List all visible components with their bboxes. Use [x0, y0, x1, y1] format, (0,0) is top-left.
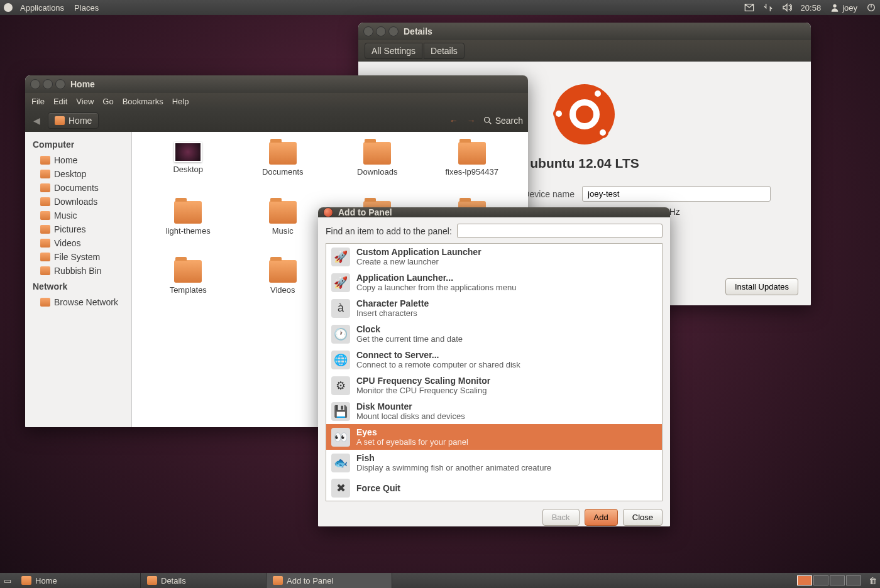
network-folder-icon — [40, 298, 50, 307]
close-button[interactable]: Close — [623, 509, 663, 526]
add-button[interactable]: Add — [585, 509, 618, 526]
file-fixes-lp954437[interactable]: fixes-lp954437 — [426, 142, 519, 199]
sidebar-item-file-system[interactable]: File System — [25, 250, 131, 264]
applet-cpu-frequency-scaling-monitor[interactable]: ⚙CPU Frequency Scaling MonitorMonitor th… — [326, 373, 662, 398]
task-add-to-panel[interactable]: Add to Panel — [267, 573, 392, 588]
all-settings-button[interactable]: All Settings — [365, 43, 422, 59]
applet-character-palette[interactable]: àCharacter PaletteInsert characters — [326, 295, 662, 321]
applet-icon: ⚙ — [331, 376, 350, 395]
trash-icon[interactable]: 🗑 — [865, 576, 880, 585]
task-details[interactable]: Details — [141, 573, 267, 588]
path-home-button[interactable]: Home — [48, 112, 99, 129]
minimize-icon[interactable] — [43, 79, 53, 89]
sidebar-item-desktop[interactable]: Desktop — [25, 167, 131, 181]
addpanel-title: Add to Panel — [338, 207, 392, 217]
applet-icon: 🚀 — [331, 248, 350, 266]
device-name-input[interactable] — [582, 186, 771, 202]
workspace-1[interactable] — [797, 575, 812, 585]
close-icon[interactable] — [323, 207, 333, 217]
network-icon[interactable] — [763, 3, 773, 13]
workspace-3[interactable] — [830, 575, 845, 585]
ubuntu-logo-large-icon — [554, 84, 615, 144]
mail-icon[interactable] — [744, 3, 754, 13]
sidebar-item-browse-network[interactable]: Browse Network — [25, 295, 131, 309]
workspace-4[interactable] — [846, 575, 861, 585]
applications-menu[interactable]: Applications — [15, 3, 69, 13]
menu-edit[interactable]: Edit — [53, 97, 67, 106]
show-desktop-icon[interactable]: ▭ — [0, 576, 15, 585]
menu-help[interactable]: Help — [172, 97, 189, 106]
applet-application-launcher-[interactable]: 🚀Application Launcher...Copy a launcher … — [326, 270, 662, 295]
install-updates-button[interactable]: Install Updates — [725, 278, 798, 295]
details-breadcrumb[interactable]: Details — [424, 43, 465, 59]
file-templates[interactable]: Templates — [142, 260, 234, 317]
forward-icon[interactable]: → — [465, 114, 478, 127]
collapse-sidebar-icon[interactable]: ◀ — [30, 114, 43, 127]
applet-connect-to-server-[interactable]: 🌐Connect to Server...Connect to a remote… — [326, 347, 662, 373]
folder-icon — [269, 201, 297, 224]
menu-view[interactable]: View — [76, 97, 94, 106]
desktop-thumb-icon — [174, 142, 202, 162]
menu-file[interactable]: File — [31, 97, 45, 106]
folder-icon — [40, 211, 50, 220]
sidebar-item-rubbish-bin[interactable]: Rubbish Bin — [25, 264, 131, 278]
folder-icon — [40, 156, 50, 165]
minimize-icon[interactable] — [376, 26, 386, 36]
close-icon[interactable] — [363, 26, 373, 36]
sidebar-item-home[interactable]: Home — [25, 153, 131, 167]
close-icon[interactable] — [30, 79, 40, 89]
applet-icon: 🌐 — [331, 351, 350, 369]
applet-eyes[interactable]: 👀EyesA set of eyeballs for your panel — [326, 424, 662, 450]
sidebar-item-documents[interactable]: Documents — [25, 181, 131, 195]
file-videos[interactable]: Videos — [237, 260, 329, 317]
details-titlebar[interactable]: Details — [358, 23, 811, 40]
applet-custom-application-launcher[interactable]: 🚀Custom Application LauncherCreate a new… — [326, 244, 662, 270]
maximize-icon[interactable] — [55, 79, 65, 89]
applet-icon: 👀 — [331, 428, 350, 447]
task-icon — [147, 576, 157, 585]
applet-fish[interactable]: 🐟FishDisplay a swimming fish or another … — [326, 450, 662, 476]
sidebar-computer-header: Computer — [25, 136, 131, 153]
os-title: ubuntu 12.04 LTS — [530, 156, 639, 171]
folder-icon — [458, 142, 486, 165]
back-button[interactable]: Back — [542, 509, 580, 526]
menu-go[interactable]: Go — [102, 97, 113, 106]
ubuntu-logo-icon[interactable] — [4, 3, 13, 12]
nautilus-toolbar: ◀ Home ← → Search — [25, 109, 528, 132]
file-desktop[interactable]: Desktop — [142, 142, 234, 199]
applet-clock[interactable]: 🕐ClockGet the current time and date — [326, 321, 662, 347]
places-menu[interactable]: Places — [69, 3, 104, 13]
find-input[interactable] — [457, 224, 663, 238]
svg-point-0 — [833, 4, 836, 8]
nautilus-titlebar[interactable]: Home — [25, 75, 528, 93]
file-downloads[interactable]: Downloads — [331, 142, 424, 199]
search-button[interactable]: Search — [483, 116, 523, 126]
user-menu[interactable]: joey — [830, 3, 857, 13]
file-light-themes[interactable]: light-themes — [142, 201, 234, 258]
sound-icon[interactable] — [782, 3, 792, 13]
workspace-switcher[interactable] — [793, 574, 865, 587]
menu-bookmarks[interactable]: Bookmarks — [123, 97, 163, 106]
settings-breadcrumb: All Settings Details — [358, 40, 811, 62]
folder-icon — [40, 197, 50, 206]
addpanel-titlebar[interactable]: Add to Panel — [318, 207, 670, 217]
clock[interactable]: 20:58 — [801, 3, 822, 13]
sidebar-item-downloads[interactable]: Downloads — [25, 195, 131, 209]
sidebar-item-videos[interactable]: Videos — [25, 236, 131, 250]
folder-icon — [174, 260, 202, 283]
folder-icon — [40, 253, 50, 261]
sidebar-item-music[interactable]: Music — [25, 209, 131, 222]
task-home[interactable]: Home — [15, 573, 141, 588]
applet-icon: ✖ — [331, 479, 350, 498]
applet-force-quit[interactable]: ✖Force Quit — [326, 476, 662, 501]
file-documents[interactable]: Documents — [237, 142, 329, 199]
sidebar-item-pictures[interactable]: Pictures — [25, 222, 131, 236]
back-icon[interactable]: ← — [448, 114, 460, 127]
applet-list[interactable]: 🚀Custom Application LauncherCreate a new… — [326, 243, 663, 501]
file-music[interactable]: Music — [237, 201, 329, 258]
folder-icon — [40, 170, 50, 178]
workspace-2[interactable] — [813, 575, 828, 585]
maximize-icon[interactable] — [388, 26, 399, 36]
applet-disk-mounter[interactable]: 💾Disk MounterMount local disks and devic… — [326, 398, 662, 424]
power-icon[interactable] — [866, 3, 876, 13]
